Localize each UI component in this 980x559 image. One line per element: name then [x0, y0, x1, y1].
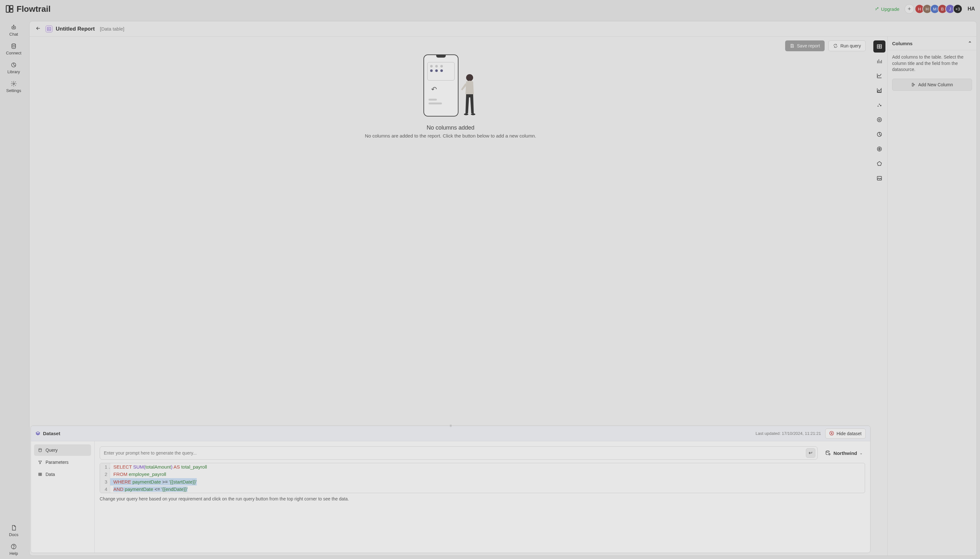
svg-point-16	[39, 448, 41, 450]
rail-label: Settings	[7, 88, 21, 93]
empty-illustration: ↶	[423, 55, 478, 118]
save-icon	[790, 44, 794, 48]
avatar-stack[interactable]: H H M B J +3	[917, 4, 962, 14]
chart-type-radar[interactable]	[873, 143, 886, 155]
svg-point-5	[14, 27, 15, 28]
dataset-title: Dataset	[43, 431, 60, 436]
refresh-icon	[833, 44, 838, 48]
svg-point-13	[466, 74, 473, 81]
svg-point-4	[13, 27, 14, 28]
save-label: Save report	[797, 43, 820, 48]
rail-label: Connect	[6, 51, 21, 55]
editor-help-text: Change your query here based on your req…	[100, 496, 865, 501]
dataset-tab-data[interactable]: Data	[34, 469, 91, 480]
rail-help[interactable]: Help	[0, 540, 27, 559]
svg-point-15	[471, 113, 475, 115]
rail-connect[interactable]: Connect	[0, 40, 27, 59]
tab-label: Query	[46, 448, 58, 453]
panel-header: Untitled Report [Data table]	[30, 22, 977, 36]
database-gear-icon	[825, 450, 831, 456]
person-icon	[458, 72, 481, 116]
close-icon: ⓧ	[830, 431, 834, 437]
add-button[interactable]: +	[904, 4, 914, 14]
chart-type-polygon[interactable]	[873, 157, 886, 170]
table-icon	[38, 472, 42, 476]
svg-point-22	[879, 104, 880, 105]
svg-rect-17	[38, 473, 41, 476]
run-query-button[interactable]: Run query	[828, 40, 866, 51]
tab-label: Data	[46, 472, 55, 477]
rail-settings[interactable]: Settings	[0, 77, 27, 96]
chart-type-rail	[871, 36, 887, 556]
report-panel: Untitled Report [Data table] Save report…	[29, 21, 977, 556]
datasource-name: Northwind	[833, 450, 857, 456]
columns-desc: Add columns to the table. Select the col…	[887, 50, 977, 77]
chart-type-bar[interactable]	[873, 55, 886, 67]
add-column-label: Add New Column	[918, 82, 953, 87]
chart-type-table[interactable]	[873, 40, 886, 53]
dataset-sidebar: Query Parameters Data	[31, 441, 94, 552]
empty-subtitle: No columns are added to the report. Clic…	[365, 133, 536, 139]
datasource-selector[interactable]: Northwind ⌄	[823, 448, 865, 458]
drag-handle-icon[interactable]: ⠿	[446, 424, 455, 428]
chart-type-pie[interactable]	[873, 128, 886, 141]
svg-rect-0	[7, 6, 9, 12]
brand-logo[interactable]: Flowtrail	[5, 4, 51, 14]
submit-prompt-button[interactable]	[806, 448, 815, 458]
svg-point-11	[13, 548, 14, 548]
svg-point-6	[13, 25, 14, 26]
rail-label: Chat	[9, 32, 18, 36]
dataset-tab-parameters[interactable]: Parameters	[34, 456, 91, 468]
brand-name: Flowtrail	[17, 4, 51, 14]
gear-icon	[10, 81, 17, 87]
dataset-panel: ⠿ Dataset Last updated: 17/10/2024, 11:2…	[31, 426, 871, 553]
svg-point-23	[880, 105, 881, 106]
save-report-button[interactable]: Save report	[785, 40, 825, 51]
run-label: Run query	[840, 43, 861, 48]
svg-rect-3	[12, 26, 16, 29]
help-icon	[10, 543, 17, 550]
svg-point-24	[877, 117, 881, 122]
chart-badge-icon	[46, 25, 53, 33]
chart-type-area[interactable]	[873, 84, 886, 96]
current-user-badge[interactable]: HA	[968, 6, 975, 12]
rail-docs[interactable]: Docs	[0, 521, 27, 540]
rail-label: Library	[7, 69, 20, 74]
avatar-overflow[interactable]: +3	[953, 4, 962, 14]
chart-type-image[interactable]	[873, 172, 886, 184]
upgrade-link[interactable]: Upgrade	[874, 7, 899, 12]
svg-point-18	[826, 451, 830, 452]
prompt-input[interactable]	[104, 448, 806, 458]
chevron-up-icon[interactable]: ⌃	[968, 40, 972, 46]
svg-rect-2	[10, 9, 13, 12]
toolbar: Save report Run query	[30, 36, 871, 51]
svg-point-21	[878, 106, 878, 107]
rail-library[interactable]: Library	[0, 59, 27, 77]
svg-point-19	[828, 454, 830, 455]
hide-dataset-button[interactable]: ⓧ Hide dataset	[825, 428, 866, 439]
sql-editor[interactable]: 1⌄ SELECT SUM(totalAmount) AS total_payr…	[100, 463, 865, 493]
rail-chat[interactable]: Chat	[0, 21, 27, 40]
doc-icon	[10, 524, 17, 531]
rail-label: Docs	[9, 532, 18, 537]
chart-type-scatter[interactable]	[873, 99, 886, 111]
svg-rect-1	[10, 6, 13, 8]
chart-type-line[interactable]	[873, 70, 886, 82]
prompt-input-wrap[interactable]	[100, 446, 818, 460]
columns-panel: Columns ⌃ Add columns to the table. Sele…	[887, 36, 977, 556]
brand-icon	[5, 5, 14, 13]
left-rail: Chat Connect Library Settings Docs Help	[0, 18, 27, 559]
back-button[interactable]	[34, 24, 42, 34]
empty-title: No columns added	[426, 124, 474, 131]
chart-type-donut[interactable]	[873, 114, 886, 126]
chevron-down-icon: ⌄	[859, 451, 863, 455]
wand-icon	[874, 7, 879, 11]
topbar: Flowtrail Upgrade + H H M B J +3 HA	[0, 0, 980, 18]
upgrade-label: Upgrade	[881, 7, 899, 12]
enter-icon	[808, 450, 813, 456]
dataset-tab-query[interactable]: Query	[34, 445, 91, 456]
add-column-button[interactable]: Add New Column	[892, 79, 972, 91]
filter-icon	[38, 460, 42, 465]
add-column-icon	[911, 83, 916, 87]
report-title[interactable]: Untitled Report	[56, 26, 95, 32]
